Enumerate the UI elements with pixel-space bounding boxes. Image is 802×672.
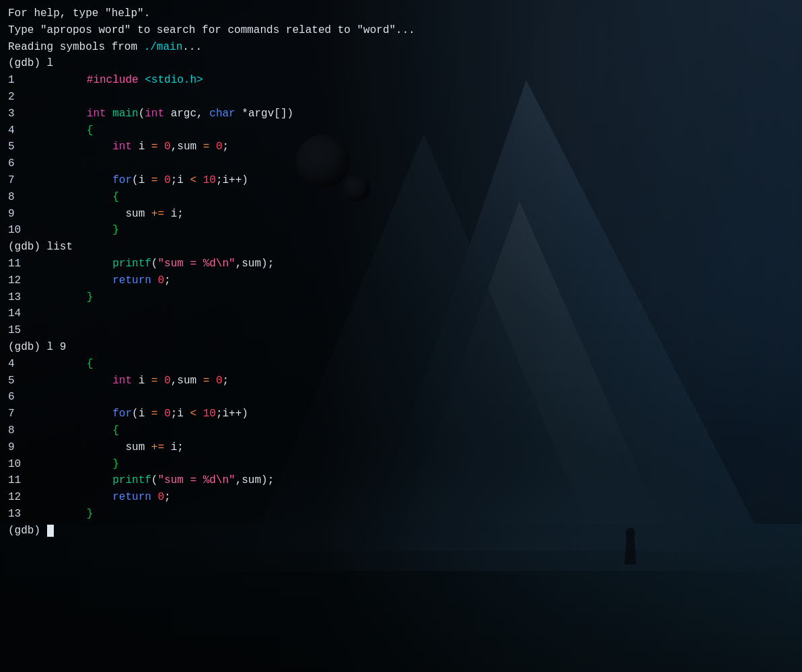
code-b3-line-6: 6 (8, 389, 794, 406)
code-line-5: 5 int i = 0,sum = 0; (8, 139, 794, 155)
code-line-6: 6 (8, 155, 794, 172)
code-line-8: 8 { (8, 189, 794, 206)
help-line-1: For help, type "help". (8, 5, 794, 22)
code-line-14: 14 (8, 305, 794, 322)
code-line-3: 3 int main(int argc, char *argv[]) (8, 106, 794, 122)
prompt-l9: (gdb) l 9 (8, 339, 794, 356)
prompt-final[interactable]: (gdb) (8, 523, 794, 539)
prompt-list: (gdb) list (8, 239, 794, 256)
code-b3-line-10: 10 } (8, 456, 794, 473)
code-line-11: 11 printf("sum = %d\n",sum); (8, 256, 794, 272)
code-b3-line-8: 8 { (8, 422, 794, 439)
code-line-2: 2 (8, 89, 794, 106)
prompt-l: (gdb) l (8, 55, 794, 72)
code-line-1: 1 #include <stdio.h> (8, 72, 794, 89)
code-line-10: 10 } (8, 222, 794, 239)
code-line-9: 9 sum += i; (8, 206, 794, 223)
code-b3-line-7: 7 for(i = 0;i < 10;i++) (8, 406, 794, 422)
code-b3-line-5: 5 int i = 0,sum = 0; (8, 373, 794, 389)
code-b3-line-4: 4 { (8, 356, 794, 373)
code-b3-line-13: 13 } (8, 506, 794, 523)
code-line-15: 15 (8, 322, 794, 339)
code-b3-line-9: 9 sum += i; (8, 439, 794, 456)
code-b3-line-12: 12 return 0; (8, 489, 794, 506)
terminal-window: For help, type "help". Type "apropos wor… (0, 0, 802, 672)
terminal-cursor (47, 525, 54, 537)
code-line-13: 13 } (8, 289, 794, 306)
code-line-4: 4 { (8, 122, 794, 139)
reading-symbols-line: Reading symbols from ./main... (8, 39, 794, 56)
help-line-2: Type "apropos word" to search for comman… (8, 22, 794, 39)
code-line-12: 12 return 0; (8, 272, 794, 289)
code-b3-line-11: 11 printf("sum = %d\n",sum); (8, 472, 794, 489)
code-line-7: 7 for(i = 0;i < 10;i++) (8, 172, 794, 189)
